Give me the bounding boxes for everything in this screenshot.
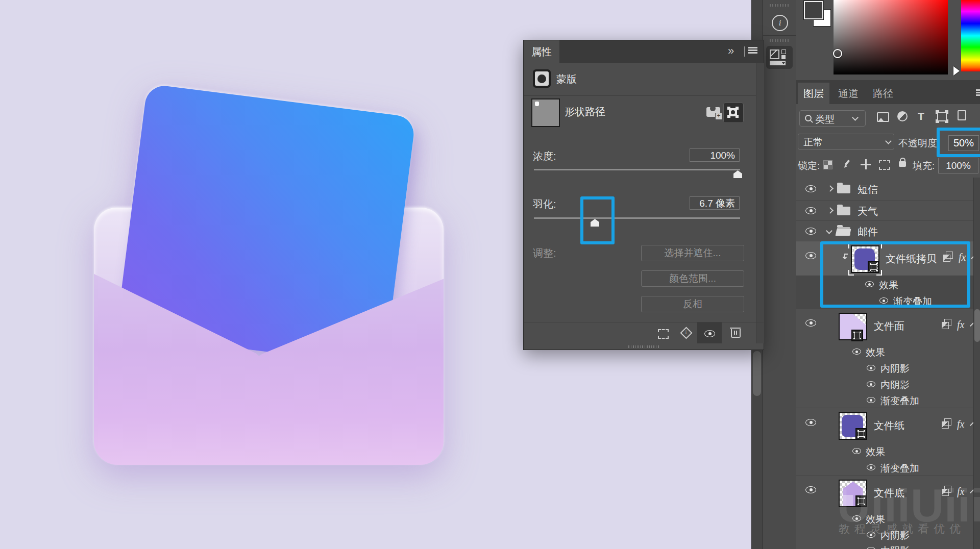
lock-position-icon[interactable] — [861, 159, 871, 169]
visibility-eye-icon[interactable] — [805, 319, 816, 327]
visibility-eye-icon[interactable] — [867, 547, 875, 549]
collapse-panel-icon[interactable]: » — [728, 44, 733, 58]
density-value[interactable]: 100% — [690, 148, 740, 162]
layer-name[interactable]: 文件面 — [874, 319, 904, 333]
layer-name[interactable]: 短信 — [857, 183, 878, 196]
invert-button[interactable]: 反相 — [641, 296, 744, 312]
blend-mode-select[interactable]: 正常 — [798, 134, 894, 149]
effect-item-row[interactable]: 内阴影 — [796, 376, 980, 392]
tab-paths[interactable]: 路径 — [867, 83, 899, 104]
filter-type-label: 类型 — [815, 113, 835, 126]
feather-value[interactable]: 6.7 像素 — [690, 196, 740, 210]
expand-chevron-icon[interactable] — [827, 185, 834, 192]
filter-type-dropdown[interactable]: 类型 — [799, 110, 866, 127]
vector-mask-button[interactable] — [723, 103, 744, 123]
visibility-eye-icon[interactable] — [805, 252, 816, 259]
layer-name[interactable]: 文件纸 — [874, 419, 904, 433]
lock-all-icon[interactable] — [899, 161, 906, 167]
visibility-eye-icon[interactable] — [867, 381, 875, 387]
layer-group-row[interactable]: 邮件 — [796, 221, 980, 241]
visibility-eye-icon[interactable] — [867, 397, 875, 403]
filter-smart-objects-icon[interactable] — [958, 110, 966, 120]
effect-name: 渐变叠加 — [880, 394, 919, 408]
feather-slider-track[interactable] — [534, 217, 740, 219]
visibility-eye-icon[interactable] — [805, 185, 816, 192]
layer-thumbnail[interactable] — [839, 313, 867, 340]
visibility-eye-icon[interactable] — [852, 448, 861, 454]
expand-chevron-icon[interactable] — [827, 207, 834, 214]
effect-item-row[interactable]: 内阴影 — [796, 543, 980, 549]
color-cursor[interactable] — [833, 49, 842, 58]
load-selection-icon[interactable] — [658, 329, 669, 339]
color-range-button[interactable]: 颜色范围... — [641, 270, 744, 287]
layer-group-row[interactable]: 天气 — [796, 201, 980, 221]
visibility-eye-icon[interactable] — [852, 348, 861, 355]
effects-header-row[interactable]: 效果 — [796, 343, 980, 360]
dock-grip[interactable] — [770, 4, 790, 7]
hue-slider-pointer[interactable] — [953, 66, 964, 76]
fx-badge[interactable]: fx — [957, 319, 964, 331]
toggle-mask-button[interactable] — [697, 322, 722, 344]
filter-shape-layers-icon[interactable] — [937, 112, 947, 121]
add-mask-icon[interactable] — [706, 107, 720, 117]
panel-menu-icon[interactable] — [976, 89, 980, 91]
lock-transparency-icon[interactable] — [823, 160, 832, 169]
effect-item-row[interactable]: 渐变叠加 — [796, 392, 980, 408]
apply-mask-icon[interactable] — [680, 327, 692, 339]
effects-header-row[interactable]: 效果 — [796, 443, 980, 459]
saturation-brightness-field[interactable] — [834, 0, 948, 74]
filter-adjustment-layers-icon[interactable] — [897, 111, 908, 121]
filter-pixel-layers-icon[interactable] — [877, 112, 889, 122]
hue-slider[interactable] — [961, 0, 980, 71]
fill-label: 填充: — [913, 159, 935, 172]
fill-input[interactable]: 100% — [938, 158, 978, 173]
layer-row[interactable]: 文件纸 fx — [796, 408, 980, 443]
blend-mode-value: 正常 — [803, 136, 823, 149]
density-slider-handle[interactable] — [733, 170, 742, 178]
layer-thumbnail[interactable] — [839, 412, 867, 440]
square-outline-icon — [781, 49, 786, 54]
lock-artboard-icon[interactable] — [879, 160, 890, 170]
panel-menu-icon[interactable] — [748, 47, 757, 48]
density-slider-track[interactable] — [534, 169, 740, 170]
mask-label: 蒙版 — [556, 72, 577, 86]
tab-layers[interactable]: 图层 — [798, 83, 829, 104]
panel-dock-strip: i — [763, 0, 797, 549]
effect-name: 内阴影 — [880, 362, 910, 376]
filter-type-layers-icon[interactable]: T — [918, 110, 924, 122]
delete-mask-trash-icon[interactable] — [731, 329, 741, 338]
layers-scrollbar-thumb[interactable] — [974, 309, 980, 342]
info-panel-icon[interactable]: i — [772, 15, 788, 31]
visibility-eye-icon[interactable] — [805, 419, 816, 426]
effect-name: 渐变叠加 — [880, 462, 919, 475]
3d-materials-panel-icon[interactable] — [766, 46, 793, 69]
select-and-mask-button[interactable]: 选择并遮住... — [641, 245, 744, 261]
watermark-slogan: 教程灵感就看优优 — [839, 521, 965, 537]
visibility-eye-icon[interactable] — [805, 228, 816, 235]
visibility-eye-icon[interactable] — [867, 464, 875, 470]
collapse-chevron-icon[interactable] — [826, 228, 832, 234]
right-panel-column: 图层 通道 路径 类型 T 正常 不透明度: 50% 锁定: 填充: 100% — [796, 0, 980, 549]
effect-item-row[interactable]: 渐变叠加 — [796, 459, 980, 476]
feather-label: 羽化: — [533, 197, 556, 211]
foreground-color-swatch[interactable] — [804, 1, 823, 19]
layer-group-row[interactable]: 短信 — [796, 178, 980, 201]
panel-resize-grip[interactable] — [524, 343, 764, 350]
visibility-eye-icon[interactable] — [805, 207, 816, 214]
dock-grip[interactable] — [770, 39, 790, 42]
layer-name[interactable]: 邮件 — [857, 225, 878, 239]
tab-channels[interactable]: 通道 — [832, 83, 864, 104]
effect-item-row[interactable]: 内阴影 — [796, 360, 980, 376]
tab-properties[interactable]: 属性 — [524, 40, 559, 63]
visibility-eye-icon[interactable] — [805, 486, 816, 493]
layer-row[interactable]: 文件面 fx — [796, 309, 980, 343]
canvas-scrollbar-thumb[interactable] — [753, 351, 761, 396]
properties-footer — [524, 322, 764, 344]
shape-path-label: 形状路径 — [565, 105, 605, 119]
lock-pixels-icon[interactable] — [842, 160, 851, 169]
layer-name[interactable]: 天气 — [857, 205, 878, 218]
fx-badge[interactable]: fx — [957, 418, 964, 430]
visibility-eye-icon[interactable] — [867, 365, 875, 371]
annotation-box-selected-layer — [820, 241, 970, 308]
shape-path-thumbnail[interactable] — [531, 98, 560, 127]
